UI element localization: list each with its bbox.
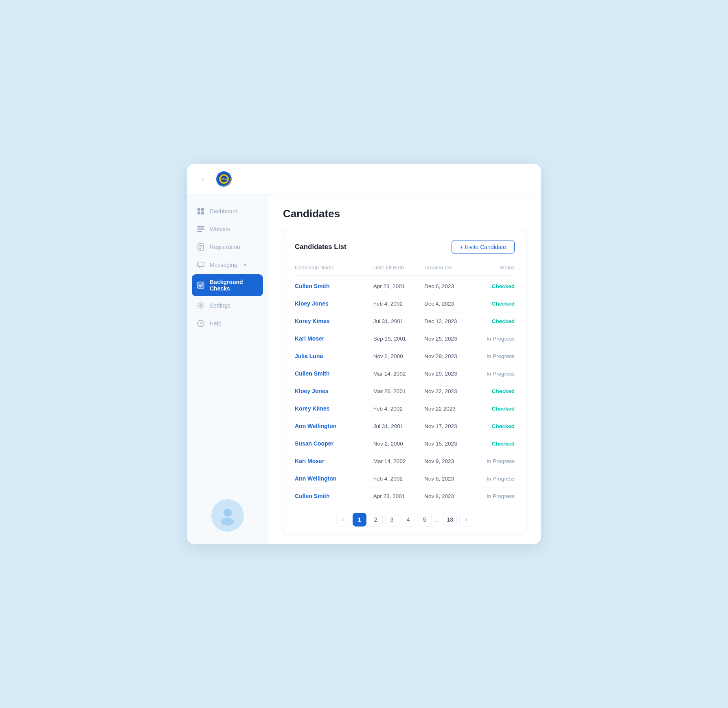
candidate-created: Nov 22 2023 [424, 406, 475, 412]
candidate-dob: Sep 19, 2001 [373, 336, 424, 342]
svg-rect-9 [197, 229, 204, 230]
candidate-created: Nov 8, 2023 [424, 493, 475, 499]
candidate-dob: Feb 4, 2002 [373, 301, 424, 307]
website-icon [197, 225, 205, 233]
dashboard-icon [197, 207, 205, 215]
table-header: Candidate Name Date Of Birth Created On … [295, 261, 515, 276]
table-row: Susan CooperNov 2, 2000Nov 15, 2023Check… [295, 435, 515, 452]
candidate-name[interactable]: Korey Kimes [295, 405, 373, 412]
settings-icon [197, 302, 205, 310]
card-header: Candidates List + Invite Candidate [295, 240, 515, 254]
candidates-card: Candidates List + Invite Candidate Candi… [283, 230, 526, 534]
candidate-status: In Progress [476, 336, 515, 342]
sidebar-label-background-checks: Background Checks [210, 279, 258, 292]
candidate-name[interactable]: Ann Wellington [295, 423, 373, 429]
table-row: Julia LunaNov 2, 2000Nov 29, 2023In Prog… [295, 347, 515, 365]
candidate-dob: Apr 23, 2001 [373, 283, 424, 289]
candidate-name[interactable]: Cullen Smith [295, 283, 373, 289]
candidate-created: Nov 29, 2023 [424, 336, 475, 342]
candidate-created: Dec 12, 2023 [424, 318, 475, 324]
candidate-name[interactable]: Kloey Jones [295, 388, 373, 394]
table-row: Korey KimesJul 31, 2001Dec 12, 2023Check… [295, 312, 515, 330]
svg-rect-4 [197, 208, 200, 211]
sidebar: Dashboard Website [187, 194, 268, 544]
candidate-name[interactable]: Kari Moser [295, 458, 373, 464]
background-checks-icon [197, 281, 205, 289]
pagination-page-5[interactable]: 5 [418, 513, 432, 527]
pagination-page-1[interactable]: 1 [353, 513, 366, 527]
candidate-name[interactable]: Ann Wellington [295, 475, 373, 482]
svg-rect-8 [197, 226, 204, 227]
table-row: Ann WellingtonFeb 4, 2002Nov 8, 2023In P… [295, 470, 515, 487]
svg-rect-7 [201, 212, 204, 214]
svg-rect-10 [197, 231, 202, 232]
sidebar-item-dashboard[interactable]: Dashboard [187, 203, 268, 220]
svg-rect-14 [199, 248, 201, 249]
collapse-button[interactable]: ‹ [197, 173, 209, 185]
candidate-dob: Nov 2, 2000 [373, 353, 424, 359]
messaging-icon [197, 261, 205, 269]
sidebar-item-registration[interactable]: Registration [187, 238, 268, 256]
sidebar-item-settings[interactable]: Settings [187, 297, 268, 314]
candidate-dob: Nov 2, 2000 [373, 441, 424, 447]
candidate-name[interactable]: Kari Moser [295, 335, 373, 342]
sidebar-item-website[interactable]: Website [187, 221, 268, 238]
svg-text:?: ? [200, 321, 202, 326]
card-title: Candidates List [295, 243, 346, 251]
candidate-dob: Mar 26, 2001 [373, 388, 424, 394]
candidate-created: Nov 17, 2023 [424, 423, 475, 429]
pagination-prev[interactable]: ‹ [336, 513, 350, 527]
sidebar-item-background-checks[interactable]: Background Checks [192, 274, 263, 296]
candidate-name[interactable]: Cullen Smith [295, 370, 373, 377]
svg-point-17 [200, 305, 202, 307]
pagination-page-4[interactable]: 4 [401, 513, 415, 527]
candidate-name[interactable]: Cullen Smith [295, 493, 373, 499]
candidate-dob: Apr 23, 2001 [373, 493, 424, 499]
sidebar-item-help[interactable]: ? Help [187, 315, 268, 332]
candidate-status: Checked [476, 441, 515, 447]
candidate-status: In Progress [476, 493, 515, 499]
candidate-name[interactable]: Korey Kimes [295, 318, 373, 324]
table-row: Kari MoserMar 14, 2002Nov 9, 2023In Prog… [295, 452, 515, 470]
svg-text:GSW: GSW [221, 178, 228, 181]
registration-icon [197, 243, 205, 251]
pagination: ‹ 1 2 3 4 5 ... 18 › [295, 513, 515, 527]
candidate-status: Checked [476, 283, 515, 289]
sidebar-label-settings: Settings [210, 302, 230, 309]
candidate-created: Nov 8, 2023 [424, 476, 475, 482]
candidates-table-body: Cullen SmithApr 23, 2001Dec 6, 2023Check… [295, 278, 515, 505]
help-icon: ? [197, 319, 205, 328]
candidate-status: Checked [476, 318, 515, 324]
invite-candidate-button[interactable]: + Invite Candidate [452, 240, 515, 254]
sidebar-label-registration: Registration [210, 244, 240, 250]
pagination-page-18[interactable]: 18 [443, 513, 457, 527]
sidebar-label-messaging: Messaging [210, 262, 237, 268]
page-title: Candidates [283, 208, 526, 220]
candidate-name[interactable]: Kloey Jones [295, 300, 373, 307]
table-row: Ann WellingtonJul 31, 2001Nov 17, 2023Ch… [295, 417, 515, 435]
pagination-page-2[interactable]: 2 [369, 513, 383, 527]
candidate-dob: Jul 31, 2001 [373, 318, 424, 324]
avatar-placeholder [211, 499, 244, 532]
app-window: ‹ GSW [187, 164, 541, 544]
candidate-status: Checked [476, 301, 515, 307]
candidate-name[interactable]: Julia Luna [295, 353, 373, 359]
svg-rect-15 [197, 262, 204, 267]
candidate-dob: Feb 4, 2002 [373, 476, 424, 482]
candidate-name[interactable]: Susan Cooper [295, 440, 373, 447]
svg-rect-6 [197, 212, 200, 214]
pagination-next[interactable]: › [459, 513, 473, 527]
table-row: Cullen SmithMar 14, 2002Nov 29, 2023In P… [295, 365, 515, 382]
candidate-status: In Progress [476, 371, 515, 377]
col-header-dob: Date Of Birth [373, 264, 424, 271]
main-content: Dashboard Website [187, 194, 541, 544]
sidebar-item-messaging[interactable]: Messaging ▾ [187, 256, 268, 273]
table-row: Korey KimesFeb 4, 2002Nov 22 2023Checked [295, 400, 515, 417]
col-header-created: Created On [424, 264, 475, 271]
sidebar-label-website: Website [210, 226, 230, 232]
candidate-dob: Mar 14, 2002 [373, 458, 424, 464]
table-row: Cullen SmithApr 23, 2001Nov 8, 2023In Pr… [295, 487, 515, 505]
sidebar-label-dashboard: Dashboard [210, 208, 238, 214]
pagination-page-3[interactable]: 3 [385, 513, 399, 527]
svg-rect-5 [201, 208, 204, 211]
